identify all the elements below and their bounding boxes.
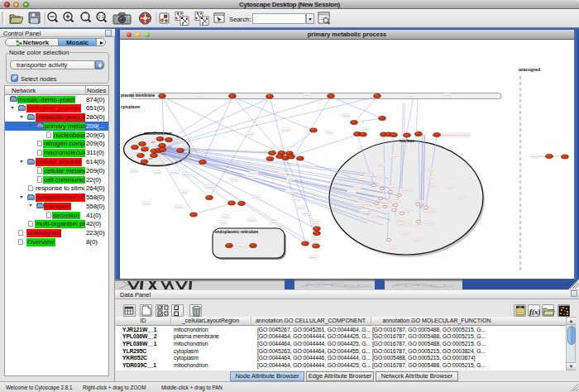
svg-text:1:1: 1:1 xyxy=(98,14,104,19)
svg-text:plasma membrane: plasma membrane xyxy=(121,93,156,98)
svg-text:cytoplasm: cytoplasm xyxy=(121,105,140,109)
svg-text:mitochondrion: mitochondrion xyxy=(144,131,172,136)
svg-text:endoplasmic reticulum: endoplasmic reticulum xyxy=(215,230,258,234)
svg-text:unassigned: unassigned xyxy=(519,68,540,72)
